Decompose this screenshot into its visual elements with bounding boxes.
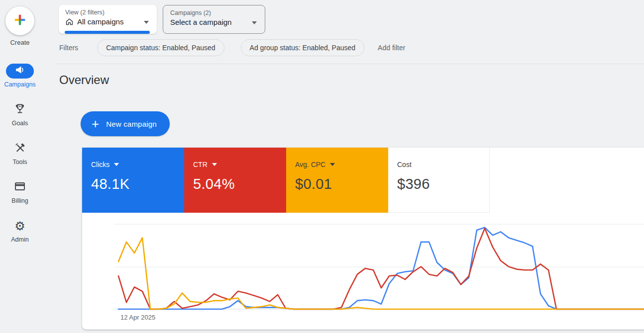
view-selector-value: All campaigns [77,17,123,26]
new-campaign-label: New campaign [106,120,157,128]
metric-tab-avg-cpc[interactable]: Avg. CPC $0.01 [286,148,388,213]
sidebar-item-goals[interactable]: Goals [6,102,34,127]
sidebar-item-label: Tools [12,159,27,166]
megaphone-icon [15,65,25,77]
trophy-icon [14,103,26,117]
metric-tab-cost[interactable]: Cost $396 [388,148,490,213]
overview-card: Clicks 48.1K CTR 5.04% Avg. CPC $0.01 Co… [82,148,644,330]
metric-value: 48.1K [91,176,184,192]
chevron-down-icon [252,21,257,24]
caret-down-icon [330,163,335,166]
campaign-selector-label: Campaigns (2) [170,9,259,16]
overview-chart[interactable] [82,213,644,330]
header-divider [55,64,644,64]
plus-icon: + [92,117,99,130]
metric-label: Cost [397,161,412,168]
add-filter-button[interactable]: Add filter [378,44,405,52]
sidebar-item-billing[interactable]: Billing [6,180,34,204]
gear-icon: ⚙ [14,220,25,232]
metric-value: $0.01 [295,176,388,192]
metric-tab-ctr[interactable]: CTR 5.04% [184,148,286,213]
filters-bar: Filters Campaign status: Enabled, Paused… [59,39,405,56]
filters-label: Filters [59,44,78,52]
metric-tabs-filler [490,148,644,213]
view-selector[interactable]: View (2 filters) All campaigns [59,5,157,34]
metric-label: CTR [193,161,208,168]
page-title: Overview [59,73,109,87]
sidebar-item-campaigns[interactable]: Campaigns [4,64,35,88]
sidebar-item-label: Billing [11,197,28,204]
metric-label: Clicks [91,161,109,168]
metric-value: 5.04% [193,176,286,192]
sidebar: Create Campaigns [0,0,40,333]
campaign-selector-value: Select a campaign [170,18,231,26]
new-campaign-button[interactable]: + New campaign [81,111,170,136]
tools-icon [14,142,26,156]
home-icon [65,17,74,26]
sidebar-item-admin[interactable]: ⚙ Admin [6,219,34,243]
credit-card-icon [14,180,26,194]
metric-tabs: Clicks 48.1K CTR 5.04% Avg. CPC $0.01 Co… [82,148,644,213]
sidebar-item-label: Campaigns [4,81,35,88]
filter-chip-campaign-status[interactable]: Campaign status: Enabled, Paused [97,39,224,56]
caret-down-icon [212,163,217,166]
create-label: Create [0,39,40,46]
sidebar-item-tools[interactable]: Tools [6,141,34,166]
create-button[interactable] [5,6,34,35]
x-axis-start-label: 12 Apr 2025 [120,314,155,321]
view-selector-label: View (2 filters) [65,9,151,16]
chart-area: 12 Apr 2025 [82,213,644,330]
sidebar-nav: Campaigns Goals [0,64,40,243]
filter-chip-adgroup-status[interactable]: Ad group status: Enabled, Paused [241,39,364,56]
metric-label: Avg. CPC [295,161,325,168]
campaign-selector[interactable]: Campaigns (2) Select a campaign [163,5,265,34]
active-view-underline [65,31,150,34]
metric-value: $396 [397,176,489,192]
chevron-down-icon [144,21,149,24]
sidebar-item-label: Goals [12,120,28,127]
caret-down-icon [114,163,119,166]
sidebar-item-label: Admin [11,236,28,243]
metric-tab-clicks[interactable]: Clicks 48.1K [82,148,184,213]
google-plus-icon [13,13,26,28]
